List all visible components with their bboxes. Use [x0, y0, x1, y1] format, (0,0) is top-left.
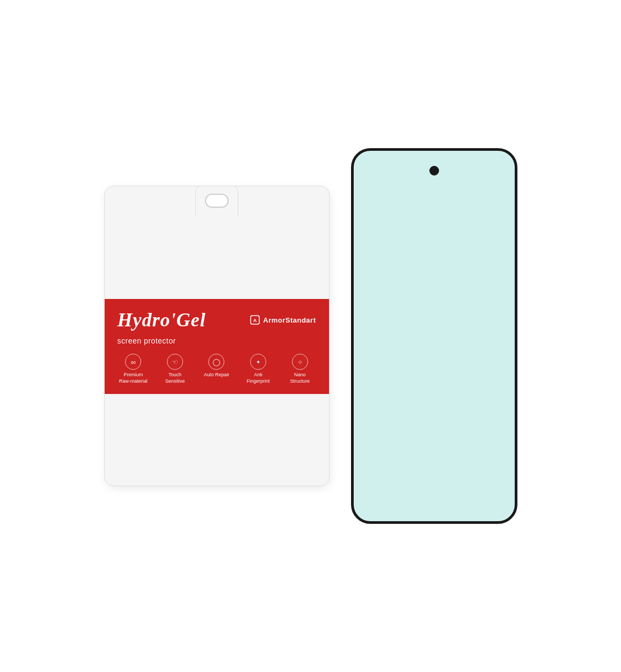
feature-nano: ⊹ NanoStructure — [284, 354, 316, 384]
company-logo: A ArmorStandart — [250, 315, 316, 325]
touch-label: TouchSensitive — [165, 372, 185, 384]
feature-premium: ∞ PremiumRaw-material — [118, 354, 150, 384]
touch-icon: ☜ — [167, 354, 183, 370]
nano-icon: ⊹ — [292, 354, 308, 370]
anti-fingerprint-icon: ✦ — [250, 354, 266, 370]
label-top-row: Hydro'Gel A ArmorStandart — [118, 309, 316, 331]
product-scene: Hydro'Gel A ArmorStandart screen protect… — [16, 41, 606, 631]
product-type-label: screen protector — [118, 337, 316, 345]
features-list: ∞ PremiumRaw-material ☜ TouchSensitive ◯… — [118, 354, 316, 384]
premium-icon: ∞ — [125, 354, 141, 370]
nano-label: NanoStructure — [290, 372, 310, 384]
anti-fingerprint-label: AntiFingerprint — [247, 372, 270, 384]
hanger-hole — [205, 194, 229, 208]
premium-label: PremiumRaw-material — [119, 372, 148, 384]
bag-bottom-area — [105, 394, 329, 486]
brand-name: Hydro'Gel — [118, 309, 206, 331]
armorstandart-icon: A — [250, 315, 260, 325]
bag-top-area — [105, 213, 329, 299]
feature-anti-fingerprint: ✦ AntiFingerprint — [242, 354, 274, 384]
feature-auto-repair: ◯ Auto Repair — [201, 354, 233, 378]
svg-text:A: A — [253, 318, 257, 323]
auto-repair-icon: ◯ — [208, 354, 224, 370]
product-packaging: Hydro'Gel A ArmorStandart screen protect… — [104, 186, 330, 486]
company-name: ArmorStandart — [263, 316, 316, 324]
bag-hanger — [195, 186, 238, 215]
product-label: Hydro'Gel A ArmorStandart screen protect… — [105, 299, 329, 394]
feature-touch: ☜ TouchSensitive — [159, 354, 191, 384]
auto-repair-label: Auto Repair — [204, 372, 230, 378]
camera-hole — [429, 166, 439, 176]
screen-protector — [351, 148, 517, 524]
